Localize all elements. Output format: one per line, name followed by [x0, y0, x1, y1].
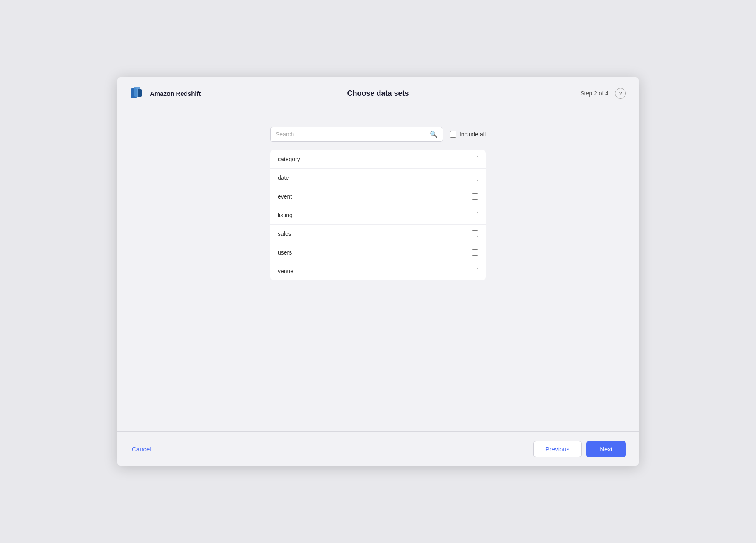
svg-rect-2: [138, 89, 142, 97]
search-box: 🔍: [270, 127, 443, 142]
dataset-checkbox[interactable]: [472, 212, 478, 218]
list-item[interactable]: users: [270, 243, 486, 262]
dataset-name: date: [278, 175, 289, 181]
list-item[interactable]: venue: [270, 262, 486, 280]
next-button[interactable]: Next: [586, 441, 626, 457]
include-all-text: Include all: [460, 131, 486, 138]
modal-container: Amazon Redshift Choose data sets Step 2 …: [117, 77, 639, 466]
modal-footer: Cancel Previous Next: [117, 431, 639, 466]
modal-header: Amazon Redshift Choose data sets Step 2 …: [117, 77, 639, 110]
previous-button[interactable]: Previous: [533, 441, 582, 457]
dataset-checkbox[interactable]: [472, 156, 478, 162]
dataset-list: categorydateeventlistingsalesusersvenue: [270, 150, 486, 280]
dataset-name: sales: [278, 230, 291, 237]
dataset-checkbox[interactable]: [472, 175, 478, 181]
cancel-button[interactable]: Cancel: [130, 442, 153, 456]
dataset-name: category: [278, 156, 300, 162]
step-label: Step 2 of 4: [580, 90, 608, 97]
dataset-checkbox[interactable]: [472, 230, 478, 237]
search-icon: 🔍: [430, 131, 438, 138]
dataset-name: event: [278, 193, 292, 200]
include-all-checkbox[interactable]: [450, 131, 456, 138]
footer-buttons: Previous Next: [533, 441, 626, 457]
main-content: 🔍 Include all categorydateeventlistingsa…: [117, 110, 639, 431]
list-item[interactable]: category: [270, 150, 486, 169]
dataset-name: users: [278, 249, 292, 256]
search-input[interactable]: [276, 131, 426, 138]
help-icon[interactable]: ?: [615, 88, 626, 99]
dataset-panel: 🔍 Include all categorydateeventlistingsa…: [270, 127, 486, 280]
list-item[interactable]: date: [270, 169, 486, 187]
brand-icon: [130, 86, 145, 101]
dataset-name: venue: [278, 268, 293, 274]
list-item[interactable]: listing: [270, 206, 486, 225]
dataset-checkbox[interactable]: [472, 249, 478, 256]
page-title: Choose data sets: [347, 89, 409, 98]
list-item[interactable]: event: [270, 187, 486, 206]
dataset-name: listing: [278, 212, 293, 218]
header-right: Step 2 of 4 ?: [580, 88, 626, 99]
search-row: 🔍 Include all: [270, 127, 486, 142]
brand: Amazon Redshift: [130, 86, 201, 101]
dataset-checkbox[interactable]: [472, 268, 478, 274]
brand-name: Amazon Redshift: [150, 90, 201, 97]
list-item[interactable]: sales: [270, 225, 486, 243]
dataset-checkbox[interactable]: [472, 193, 478, 200]
include-all-label[interactable]: Include all: [450, 131, 486, 138]
